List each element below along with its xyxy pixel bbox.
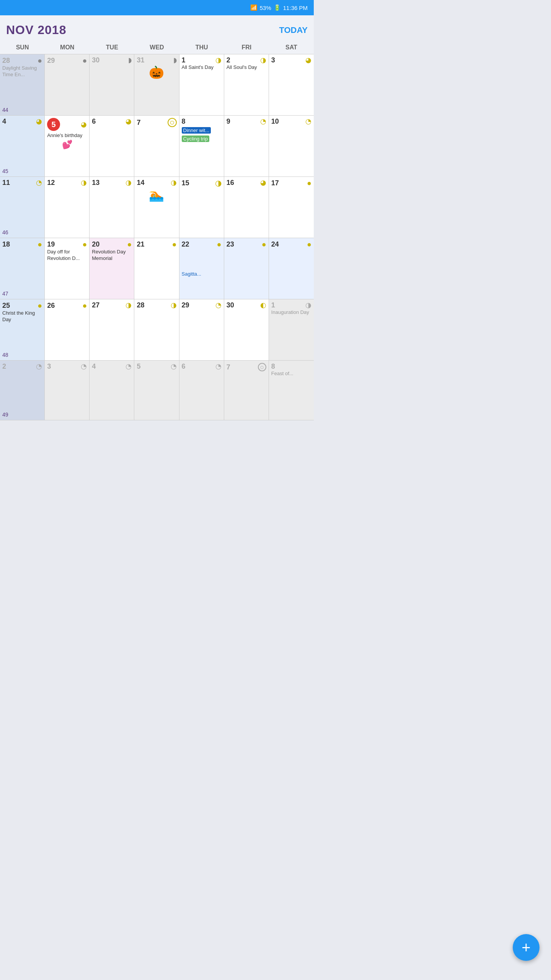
month-title: NOV 2018 [6,23,66,37]
battery-percent: 53% [260,5,271,11]
day-header-thu: THU [179,41,224,54]
day-header-fri: FRI [224,41,269,54]
cal-cell-nov29[interactable]: 29 ◔ [179,299,224,360]
day-header-tue: TUE [90,41,134,54]
cal-cell-nov10[interactable]: 10 ◔ [269,116,314,176]
cal-cell-nov5-today[interactable]: 5 ◕ Annie's birthday 💕 [45,116,90,176]
cal-cell-oct29[interactable]: 29 ● [45,54,90,115]
week-row-46: 11 ◔ 46 12 ◑ 13 ◑ 14 ◑ 🏊 [0,177,314,238]
cal-cell-nov12[interactable]: 12 ◑ [45,177,90,238]
cal-cell-nov19[interactable]: 19 ● Day off for Revolution D... [45,238,90,299]
battery-icon: 🔋 [274,4,281,11]
calendar-grid: 28 ● Daylight Saving Time En... 44 29 ● … [0,54,314,420]
cal-cell-oct31[interactable]: 31 ◗ 🎃 [134,54,179,115]
cal-cell-nov14[interactable]: 14 ◑ 🏊 [134,177,179,238]
cal-cell-nov20[interactable]: 20 ● Revolution Day Memorial [90,238,134,299]
cal-cell-dec6[interactable]: 6 ◔ [179,361,224,420]
calendar-header: NOV 2018 TODAY [0,15,314,41]
cal-cell-nov4[interactable]: 4 ◕ 45 [0,116,45,176]
cal-cell-nov9[interactable]: 9 ◔ [224,116,269,176]
cal-cell-nov27[interactable]: 27 ◑ [90,299,134,360]
cal-cell-nov21[interactable]: 21 ● [134,238,179,299]
cal-cell-oct30[interactable]: 30 ◗ [90,54,134,115]
cal-cell-nov26[interactable]: 26 ● [45,299,90,360]
cal-cell-nov30[interactable]: 30 ◐ [224,299,269,360]
cal-cell-nov6[interactable]: 6 ◕ [90,116,134,176]
cal-cell-dec1[interactable]: 1 ◑ Inauguration Day [269,299,314,360]
week-row-44: 28 ● Daylight Saving Time En... 44 29 ● … [0,54,314,116]
cycling-event[interactable]: Cycling trip [182,136,209,142]
cal-cell-nov15[interactable]: 15 ◑ [179,177,224,238]
week-row-48: 25 ● Christ the King Day 48 26 ● 27 ◑ 28… [0,299,314,361]
clock: 11:36 PM [283,5,308,11]
cal-cell-nov17[interactable]: 17 ● [269,177,314,238]
cal-cell-nov8[interactable]: 8 Dinner wit... Cycling trip [179,116,224,176]
cal-cell-nov11[interactable]: 11 ◔ 46 [0,177,45,238]
cal-cell-nov28[interactable]: 28 ◑ [134,299,179,360]
cal-cell-dec2[interactable]: 2 ◔ 49 [0,361,45,420]
day-header-sun: SUN [0,41,45,54]
week-row-45: 4 ◕ 45 5 ◕ Annie's birthday 💕 6 ◕ 7 ○ [0,116,314,177]
week-row-47: 18 ● 47 19 ● Day off for Revolution D...… [0,238,314,299]
cal-cell-nov24[interactable]: 24 ● [269,238,314,299]
status-icons: 📶 53% 🔋 11:36 PM [250,4,308,11]
cal-cell-nov1[interactable]: 1 ◑ All Saint's Day [179,54,224,115]
cal-cell-nov16[interactable]: 16 ◕ [224,177,269,238]
dinner-event[interactable]: Dinner wit... [182,127,211,134]
cal-cell-nov25[interactable]: 25 ● Christ the King Day 48 [0,299,45,360]
cal-cell-dec4[interactable]: 4 ◔ [90,361,134,420]
day-header-wed: WED [134,41,179,54]
cal-cell-nov18[interactable]: 18 ● 47 [0,238,45,299]
heart-icon: 💕 [47,140,87,150]
today-button[interactable]: TODAY [279,25,308,35]
day-header-sat: SAT [269,41,314,54]
swim-icon: 🏊 [137,188,176,202]
cal-cell-dec3[interactable]: 3 ◔ [45,361,90,420]
cal-cell-nov22[interactable]: 22 ● Sagitta... [179,238,224,299]
week-row-49: 2 ◔ 49 3 ◔ 4 ◔ 5 ◔ [0,361,314,420]
day-headers: SUN MON TUE WED THU FRI SAT [0,41,314,54]
halloween-icon: 🎃 [137,65,176,80]
day-header-mon: MON [45,41,90,54]
cal-cell-nov23[interactable]: 23 ● [224,238,269,299]
status-bar: 📶 53% 🔋 11:36 PM [0,0,314,15]
cal-cell-nov3[interactable]: 3 ◕ [269,54,314,115]
cal-cell-nov13[interactable]: 13 ◑ [90,177,134,238]
cal-cell-dec8[interactable]: 8 Feast of... [269,361,314,420]
cal-cell-oct28[interactable]: 28 ● Daylight Saving Time En... 44 [0,54,45,115]
cal-cell-dec5[interactable]: 5 ◔ [134,361,179,420]
cal-cell-dec7[interactable]: 7 ○ [224,361,269,420]
cal-cell-nov7[interactable]: 7 ○ [134,116,179,176]
cal-cell-nov2[interactable]: 2 ◑ All Soul's Day [224,54,269,115]
signal-icon: 📶 [250,4,258,11]
